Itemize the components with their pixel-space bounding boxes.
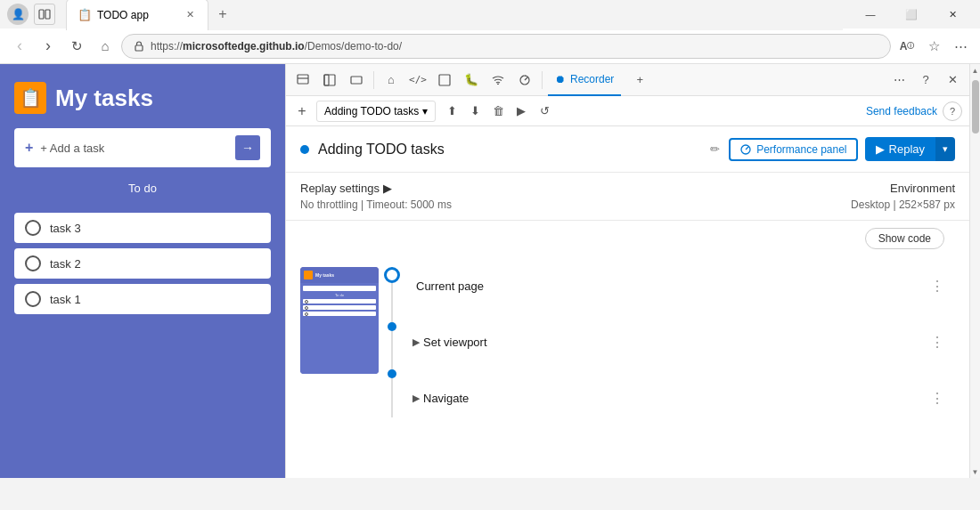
- svg-rect-2: [135, 45, 143, 51]
- inspect-element-icon[interactable]: [291, 69, 314, 92]
- wifi-icon[interactable]: [486, 69, 510, 92]
- play-button[interactable]: ▶: [510, 101, 532, 122]
- step-menu-button[interactable]: ⋮: [927, 332, 948, 352]
- svg-point-9: [497, 83, 499, 85]
- timeline-track: [379, 267, 405, 417]
- scroll-thumb[interactable]: [972, 80, 979, 134]
- maximize-button[interactable]: ⬜: [891, 0, 932, 28]
- recording-controls: ⬆ ⬇ 🗑 ▶ ↺: [441, 101, 555, 122]
- address-bar[interactable]: https://microsoftedge.github.io/Demos/de…: [121, 34, 891, 59]
- recorder-label: Recorder: [570, 73, 614, 85]
- add-task-placeholder: + Add a task: [40, 142, 228, 155]
- delete-step-button[interactable]: 🗑: [487, 101, 509, 122]
- task-checkbox[interactable]: [25, 220, 41, 236]
- scroll-down-button[interactable]: ▼: [970, 465, 981, 478]
- step-menu-button[interactable]: ⋮: [927, 388, 948, 409]
- add-panel-icon[interactable]: +: [628, 69, 651, 92]
- step-item-set-viewport[interactable]: ▶ Set viewport ⋮: [405, 323, 955, 361]
- timeline-line-3: [391, 378, 393, 417]
- edit-recording-name-icon[interactable]: ✏: [710, 142, 720, 156]
- recording-status-dot: [300, 145, 309, 154]
- send-feedback-link[interactable]: Send feedback: [866, 105, 937, 117]
- todo-section-label: To do: [14, 182, 271, 195]
- nav-bar: ‹ › ↻ ⌂ https://microsoftedge.github.io/…: [0, 28, 980, 64]
- svg-rect-7: [351, 77, 362, 84]
- todo-sidebar: 📋 My tasks + + Add a task → To do task 3…: [0, 64, 285, 478]
- svg-rect-3: [298, 75, 308, 84]
- timeline-dot-1: [388, 322, 396, 331]
- perf-panel-label: Performance panel: [756, 143, 846, 156]
- todo-app-icon: 📋: [14, 82, 46, 114]
- back-button[interactable]: ‹: [7, 34, 32, 59]
- task-checkbox[interactable]: [25, 255, 41, 271]
- todo-header: 📋 My tasks: [14, 82, 271, 114]
- performance-panel-button[interactable]: Performance panel: [729, 138, 857, 161]
- svg-rect-5: [324, 75, 335, 85]
- step-item-navigate[interactable]: ▶ Navigate ⋮: [405, 379, 955, 417]
- environment-detail: Desktop | 252×587 px: [851, 198, 955, 211]
- home-devtools-icon[interactable]: ⌂: [380, 69, 403, 92]
- devtools-scrollbar[interactable]: ▲ ▼: [969, 64, 980, 478]
- show-code-button[interactable]: Show code: [865, 228, 944, 249]
- svg-rect-6: [324, 75, 329, 85]
- add-task-arrow-button[interactable]: →: [235, 135, 260, 160]
- home-button[interactable]: ⌂: [93, 34, 118, 59]
- environment-settings: Environment Desktop | 252×587 px: [851, 182, 955, 211]
- toolbar-separator: [373, 71, 374, 89]
- elements-icon[interactable]: [345, 69, 368, 92]
- debug-icon[interactable]: 🐛: [460, 69, 483, 92]
- forward-button[interactable]: ›: [36, 34, 61, 59]
- add-recording-button[interactable]: +: [293, 102, 311, 120]
- read-aloud-button[interactable]: A ⓘ: [894, 34, 919, 59]
- title-bar-left: 👤: [7, 4, 55, 25]
- help-button[interactable]: ?: [943, 101, 962, 121]
- replay-settings-title[interactable]: Replay settings ▶: [300, 182, 452, 195]
- refresh-button[interactable]: ↻: [64, 34, 89, 59]
- close-button[interactable]: ✕: [932, 0, 973, 28]
- more-devtools-icon[interactable]: ⋯: [887, 69, 911, 92]
- sidebar-toggle[interactable]: [34, 4, 55, 25]
- more-button[interactable]: ⋯: [948, 34, 973, 59]
- recording-name: Adding TODO tasks: [324, 105, 419, 117]
- source-icon[interactable]: </>: [406, 69, 429, 92]
- devtools-help-icon[interactable]: ?: [914, 69, 937, 92]
- replay-button-group: ▶ Replay ▾: [865, 137, 955, 161]
- active-tab[interactable]: 📋 TODO app ✕: [66, 0, 208, 30]
- move-down-button[interactable]: ⬇: [464, 101, 486, 122]
- new-tab-button[interactable]: +: [208, 0, 237, 30]
- devtools-toolbar: ⌂ </> 🐛: [286, 64, 969, 96]
- replay-label: Replay: [889, 142, 925, 156]
- network-icon[interactable]: [433, 69, 456, 92]
- recorder-tab[interactable]: ⏺ Recorder: [548, 64, 621, 96]
- task-item[interactable]: task 1: [14, 284, 271, 314]
- favorites-button[interactable]: ☆: [921, 34, 946, 59]
- replay-dropdown-button[interactable]: ▾: [935, 137, 955, 161]
- replay-button[interactable]: ▶ Replay: [865, 137, 935, 161]
- step-items: Current page ⋮ ▶ Set viewport ⋮ ▶ Naviga…: [405, 267, 955, 417]
- move-up-button[interactable]: ⬆: [441, 101, 462, 122]
- step-menu-button[interactable]: ⋮: [927, 276, 948, 296]
- task-item[interactable]: task 2: [14, 248, 271, 279]
- add-task-plus-icon: +: [25, 140, 33, 156]
- task-list: task 3 task 2 task 1: [14, 213, 271, 314]
- recording-selector[interactable]: Adding TODO tasks ▾: [316, 101, 436, 122]
- scroll-up-button[interactable]: ▲: [970, 64, 981, 77]
- devtools-content: Adding TODO tasks ✏ Performance panel ▶: [286, 126, 969, 478]
- loop-button[interactable]: ↺: [534, 101, 555, 122]
- address-url: https://microsoftedge.github.io/Demos/de…: [151, 40, 402, 53]
- tab-close-button[interactable]: ✕: [183, 8, 197, 22]
- devtools-panel: ⌂ </> 🐛: [285, 64, 969, 478]
- tab-bar: 📋 TODO app ✕ +: [66, 0, 843, 30]
- nav-right-icons: A ⓘ ☆ ⋯: [894, 34, 973, 59]
- performance-icon[interactable]: [513, 69, 536, 92]
- profile-icon[interactable]: 👤: [7, 4, 29, 25]
- window-controls: — ⬜ ✕: [850, 0, 973, 28]
- main-content: 📋 My tasks + + Add a task → To do task 3…: [0, 64, 980, 478]
- step-item-current-page[interactable]: Current page ⋮: [405, 267, 955, 305]
- console-icon[interactable]: [318, 69, 341, 92]
- task-checkbox[interactable]: [25, 291, 41, 307]
- devtools-close-icon[interactable]: ✕: [941, 69, 964, 92]
- minimize-button[interactable]: —: [850, 0, 891, 28]
- task-item[interactable]: task 3: [14, 213, 271, 243]
- add-task-bar[interactable]: + + Add a task →: [14, 128, 271, 167]
